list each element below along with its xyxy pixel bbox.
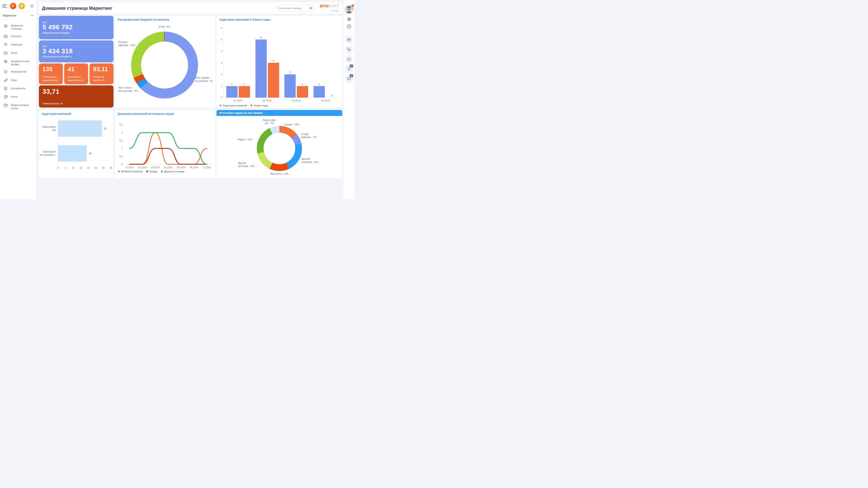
x-tick-label: 03.2024 <box>161 166 175 169</box>
menu-icon[interactable] <box>2 4 7 8</box>
sidebar-item-results[interactable]: Итоги <box>3 94 36 99</box>
question-icon: ? <box>346 24 351 29</box>
right-sidebar: ? 1 3 <box>344 0 354 199</box>
bar[interactable] <box>313 86 325 98</box>
y-tick-label: 6 <box>217 27 222 29</box>
y-tick-label: 1 <box>217 85 222 88</box>
phone-status-icon <box>352 7 354 9</box>
chart-title: Распределение бюджета по каналам <box>115 16 215 21</box>
legend-item[interactable]: Другие источники <box>161 170 184 173</box>
kpi-emails-delivered[interactable]: 41 Доставлено писем (всего) <box>64 64 88 84</box>
plus-icon <box>20 4 24 8</box>
add-button[interactable] <box>18 3 25 9</box>
donut-label-email: Email - 0% <box>149 25 180 29</box>
sidebar-item-campaigns[interactable]: Кампании <box>3 42 36 47</box>
x-tick-label: 35 <box>108 166 114 169</box>
help-button[interactable]: ? <box>346 24 351 29</box>
email-panel-button[interactable] <box>345 36 353 43</box>
hbar-category-label: Приглашен- ие на вебина... <box>39 150 56 156</box>
collapse-sidebar-icon[interactable] <box>30 4 34 8</box>
status-check-badge <box>351 4 354 7</box>
bar[interactable] <box>284 74 296 98</box>
donut-label-yandex-direct: Яндекс.Дир- ект - 7% <box>258 119 280 125</box>
avatar[interactable] <box>345 5 353 13</box>
x-tick-label: 5 <box>63 166 68 169</box>
x-tick-label: 04.2024 <box>174 166 188 169</box>
kpi-opens-percent[interactable]: 83,11 Открытий (всего), % <box>90 64 114 84</box>
legend-item[interactable]: Google <box>146 170 157 173</box>
donut-label-bpmsoft-marketing: bpmsoft marketing - 21% <box>302 158 327 164</box>
header-card: Домашняя страница Маркетинг BPMSOFT 1.4.… <box>39 2 342 14</box>
main-content: Домашняя страница Маркетинг BPMSOFT 1.4.… <box>36 0 344 199</box>
hbar[interactable] <box>58 121 102 137</box>
line-chart-plot[interactable]: 00,511,522,511.202301.202402.202403.2024… <box>124 116 214 169</box>
audience-hbar-card: Аудитория кампаний Лидогенера- ция29Приг… <box>39 110 114 178</box>
bpmsoft-logo: BPMSOFT <box>320 4 339 8</box>
x-tick-label: 01.2024 <box>135 166 149 169</box>
lead-sources-donut-card: Источники лидов (за все время) Яндекс.Ди… <box>217 110 342 178</box>
legend-item[interactable]: Аудитория кампаний <box>220 104 247 107</box>
sidebar-item-contacts[interactable]: Контакты <box>3 34 36 39</box>
kpi-emails-sent[interactable]: 135 Отправлено писем (всего) <box>39 64 63 84</box>
hbar-value-label: 29 <box>104 127 106 130</box>
legend-item[interactable]: Новые лиды <box>250 104 268 107</box>
x-tick-label: 15 <box>78 166 84 169</box>
kpi-marketing-budget[interactable]: руб. 5 496 782 Маркетинговый бюджет <box>39 16 114 39</box>
sidebar-item-accounts[interactable]: Контрагенты <box>3 86 36 91</box>
donut-label-other-source: Другой источник - 14% <box>238 162 261 168</box>
bar[interactable] <box>268 63 279 98</box>
hbar-chart-plot[interactable]: Лидогенера- ция29Приглашен- ие на вебина… <box>39 116 114 173</box>
x-tick-label: 30 <box>101 166 106 169</box>
bar-value-label: 1 <box>231 83 232 86</box>
hbar[interactable] <box>58 145 87 162</box>
contacts-icon <box>3 34 8 39</box>
donut-label-yandex: Яндекс - 21% <box>225 138 252 141</box>
bar-value-label: 2 <box>289 71 291 74</box>
left-sidebar: Маркетинг Домашняя страницаКонтактыКампа… <box>0 0 36 199</box>
feed-panel-button[interactable] <box>345 55 353 63</box>
sidebar-item-plans[interactable]: Маркетинговые планы <box>3 103 36 110</box>
x-tick-label: 10 <box>70 166 76 169</box>
sources-donut-chart[interactable] <box>257 126 302 171</box>
y-tick-label: 2 <box>116 131 123 134</box>
y-tick-label: 5 <box>217 38 222 41</box>
sidebar-item-home[interactable]: Домашняя страница <box>3 23 36 31</box>
bar-value-label: 1 <box>318 83 320 86</box>
line-chart-legend: BPMSoft marketingGoogleДругие источники <box>118 170 215 173</box>
bar-chart-x-labels: 01.202402.202403.202404.2024 <box>223 99 340 102</box>
donut-label-search: Веб: поиско- вая реклама - 3% <box>119 86 144 92</box>
kpi-realized-budget[interactable]: руб. 3 434 318 Реализовано из бюджета <box>39 40 114 62</box>
donut-label-media: Веб: медийн- ая реклама - 63 <box>195 76 216 83</box>
legend-item[interactable]: BPMSoft marketing <box>118 170 143 173</box>
x-tick-label: 0 <box>55 166 61 169</box>
mail-icon <box>347 37 351 42</box>
bar[interactable] <box>239 86 250 98</box>
bar-chart-legend: Аудитория кампанийНовые лиды <box>220 104 342 107</box>
sidebar-item-landings[interactable]: Лендинги и web-формы <box>3 59 36 66</box>
command-input[interactable] <box>278 6 307 10</box>
workspace-selector[interactable]: Маркетинг <box>2 11 34 20</box>
bar[interactable] <box>297 86 308 98</box>
bar[interactable] <box>226 86 238 98</box>
bar[interactable] <box>255 39 267 98</box>
bar-value-label: 0 <box>331 94 332 97</box>
kpi-clicks-percent[interactable]: 33,71 Кликов (всего), % <box>39 86 114 107</box>
sidebar-item-events[interactable]: Мероприятия <box>3 69 36 74</box>
run-command-icon[interactable] <box>310 6 313 10</box>
messenger-panel-button[interactable] <box>345 46 353 53</box>
bar-value-label: 5 <box>260 36 262 39</box>
audience-leads-bar-card: Аудитория кампаний & Новые лиды 01234561… <box>217 16 342 108</box>
divider <box>308 6 308 10</box>
sidebar-item-leads[interactable]: Лиды <box>3 78 36 83</box>
sidebar-item-email[interactable]: Email <box>3 51 36 56</box>
x-tick-label: 20 <box>86 166 91 169</box>
x-tick-label: 03.2024 <box>282 99 311 102</box>
divider <box>346 32 352 33</box>
run-process-button[interactable] <box>10 3 16 9</box>
accounts-icon <box>3 86 8 91</box>
bar-chart-plot[interactable]: 012345611532110 <box>223 28 340 98</box>
kpi-column: руб. 5 496 782 Маркетинговый бюджет руб.… <box>39 16 114 108</box>
settings-button[interactable] <box>346 17 352 22</box>
sidebar-nav: Домашняя страницаКонтактыКампанииEmailЛе… <box>0 20 36 110</box>
home-icon <box>3 23 8 28</box>
